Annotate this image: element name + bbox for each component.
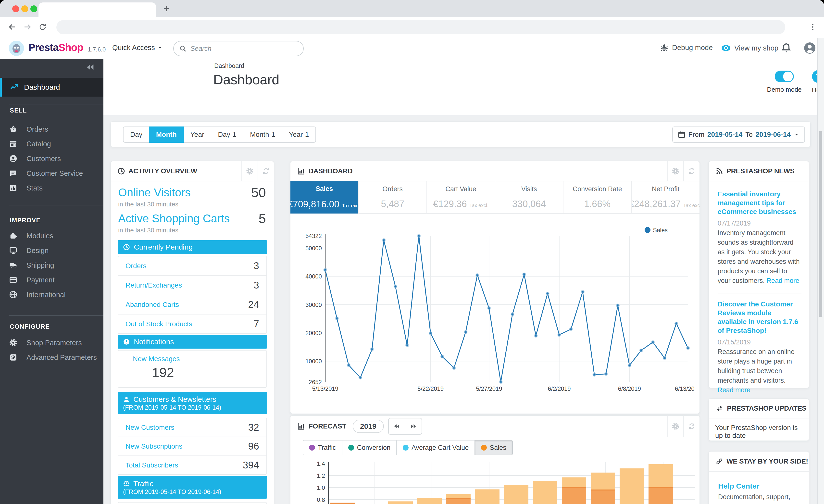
scrollbar-thumb[interactable] (819, 131, 822, 317)
browser-tab[interactable] (38, 2, 156, 17)
online-visitors-link[interactable]: Online Visitors (118, 186, 191, 199)
dashboard-body: Day Month Year Day-1 Month-1 Year-1 From… (103, 115, 824, 504)
view-my-shop-link[interactable]: View my shop (721, 43, 779, 53)
forecast-next-button[interactable] (405, 418, 422, 435)
basket-icon (9, 125, 17, 133)
forecast-prev-button[interactable] (388, 418, 405, 435)
kpi-conversion-rate[interactable]: Conversion Rate1.66% (563, 181, 631, 213)
forward-icon[interactable] (21, 21, 34, 33)
panel-refresh-icon[interactable] (683, 416, 700, 437)
brand-name: PrestaShop (28, 42, 83, 54)
bug-icon (660, 43, 668, 52)
help-center-link[interactable]: Help Center (718, 482, 802, 490)
news-item-title[interactable]: Discover the Customer Reviews module ava… (718, 300, 802, 335)
sidebar-item-international[interactable]: International (0, 287, 103, 302)
caret-down-icon (794, 132, 800, 137)
panel-settings-gear-icon[interactable] (241, 161, 258, 181)
range-day-1-button[interactable]: Day-1 (211, 126, 243, 143)
reload-icon[interactable] (36, 21, 49, 33)
sales-line-chart: 26521000020000300004000050000543225/13/2… (300, 223, 694, 400)
pending-orders-link[interactable]: Orders (125, 262, 146, 270)
sidebar-item-design[interactable]: Design (0, 243, 103, 258)
quick-access-dropdown[interactable]: Quick Access (112, 43, 163, 52)
out-of-stock-link[interactable]: Out of Stock Products (125, 320, 192, 328)
legend-average-cart-value-button[interactable]: Average Cart Value (396, 440, 475, 455)
sidebar-item-customers[interactable]: Customers (0, 151, 103, 166)
prestashop-updates-panel: PRESTASHOP UPDATES Your PrestaShop versi… (708, 398, 809, 441)
online-visitors-value: 50 (251, 185, 266, 200)
truck-icon (9, 261, 17, 270)
range-month-button[interactable]: Month (149, 126, 184, 143)
debug-mode-link[interactable]: Debug mode (660, 43, 713, 52)
version-label: 1.7.6.0 (88, 46, 106, 53)
total-subscribers-link[interactable]: Total Subscribers (125, 461, 178, 469)
stats-icon (9, 184, 17, 192)
read-more-link[interactable]: Read more (718, 386, 750, 394)
panel-refresh-icon[interactable] (258, 161, 274, 181)
search-box[interactable] (173, 41, 304, 56)
new-subscriptions-link[interactable]: New Subscriptions (125, 442, 182, 450)
sidebar-item-dashboard[interactable]: Dashboard (0, 78, 103, 97)
close-window-button[interactable] (12, 5, 19, 12)
main-content: Dashboard Dashboard Demo mode ? Help Day… (103, 59, 824, 504)
minimize-window-button[interactable] (21, 5, 28, 12)
zoom-window-button[interactable] (30, 5, 37, 12)
sidebar-item-shipping[interactable]: Shipping (0, 258, 103, 273)
updates-status-text: Your PrestaShop version is up to date (709, 418, 809, 445)
demo-mode-toggle[interactable] (775, 71, 794, 82)
sidebar: Dashboard SELL Orders Catalog Customers … (0, 59, 103, 504)
divider (9, 315, 103, 316)
sidebar-item-shop-parameters[interactable]: Shop Parameters (0, 335, 103, 350)
sidebar-collapse-icon[interactable] (85, 62, 95, 72)
kpi-cart-value[interactable]: Cart Value€129.36 Tax excl. (426, 181, 495, 213)
sidebar-item-stats[interactable]: Stats (0, 181, 103, 195)
pending-returns-link[interactable]: Return/Exchanges (125, 281, 182, 289)
read-more-link[interactable]: Read more (767, 277, 800, 284)
notifications-bell-icon[interactable] (780, 42, 793, 55)
active-carts-link[interactable]: Active Shopping Carts (118, 212, 230, 225)
kpi-visits[interactable]: Visits330,064 (495, 181, 563, 213)
sidebar-item-customer-service[interactable]: Customer Service (0, 166, 103, 181)
abandoned-carts-link[interactable]: Abandoned Carts (125, 301, 179, 309)
range-year-button[interactable]: Year (183, 126, 211, 143)
prestashop-logo[interactable] (9, 41, 24, 56)
new-tab-button[interactable]: + (161, 3, 172, 15)
sidebar-item-payment[interactable]: Payment (0, 273, 103, 287)
sidebar-item-orders[interactable]: Orders (0, 122, 103, 136)
range-day-button[interactable]: Day (123, 126, 149, 143)
search-input[interactable] (190, 44, 284, 53)
panel-refresh-icon[interactable] (683, 161, 700, 181)
kpi-orders[interactable]: Orders5,487 (358, 181, 427, 213)
new-customers-link[interactable]: New Customers (125, 424, 174, 431)
legend-conversion-button[interactable]: Conversion (342, 440, 397, 455)
legend-sales-button[interactable]: Sales (475, 440, 513, 455)
news-item-title[interactable]: Essential inventory management tips for … (718, 190, 802, 216)
forecast-bar-chart: 0.81.01.21.4 (304, 457, 699, 504)
kpi-net-profit[interactable]: Net Profit€248,261.37 Tax excl. (631, 181, 700, 213)
sidebar-item-advanced-parameters[interactable]: Advanced Parameters (0, 350, 103, 365)
support-text: Documentation, support, experts, trainin… (718, 492, 802, 504)
breadcrumb[interactable]: Dashboard (214, 62, 244, 69)
back-icon[interactable] (6, 21, 19, 33)
divider (9, 104, 103, 104)
bar-chart-icon (297, 422, 305, 430)
range-year-1-button[interactable]: Year-1 (282, 126, 316, 143)
panel-settings-gear-icon[interactable] (667, 161, 683, 181)
kpi-sales[interactable]: Sales€709,816.00 Tax excl. (290, 181, 358, 213)
scrollbar-track[interactable] (817, 38, 824, 504)
support-panel: WE STAY BY YOUR SIDE! Help Center Docume… (708, 451, 809, 504)
range-month-1-button[interactable]: Month-1 (243, 126, 282, 143)
sidebar-item-modules[interactable]: Modules (0, 228, 103, 243)
sidebar-item-catalog[interactable]: Catalog (0, 136, 103, 151)
panel-settings-gear-icon[interactable] (667, 416, 683, 437)
new-messages-link[interactable]: New Messages (133, 355, 180, 363)
puzzle-icon (9, 232, 17, 240)
url-input[interactable] (57, 20, 785, 34)
svg-text:0.8: 0.8 (317, 496, 325, 503)
page-title: Dashboard (213, 72, 279, 88)
news-item-body: Reassurance on an online store plays a h… (718, 347, 802, 395)
browser-menu-icon[interactable] (806, 21, 819, 33)
date-range-picker[interactable]: From2019-05-14 To2019-06-14 (672, 126, 805, 143)
avatar[interactable] (803, 42, 816, 55)
legend-traffic-button[interactable]: Traffic (303, 440, 342, 455)
